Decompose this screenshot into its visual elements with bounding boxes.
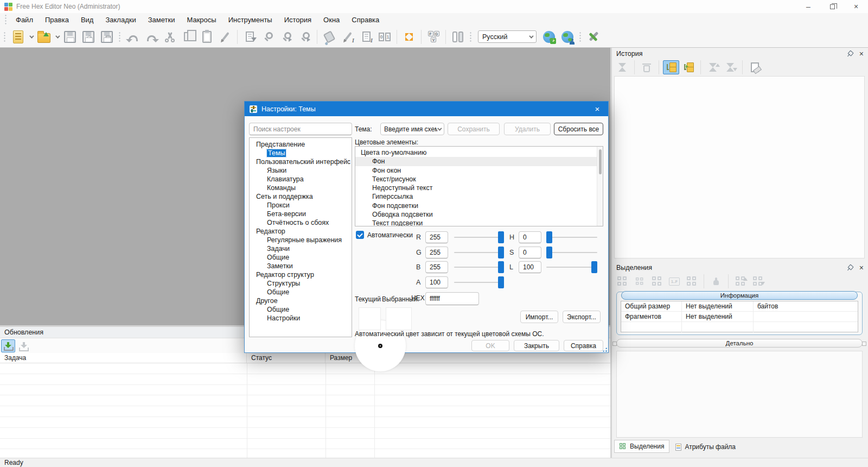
close-dialog-button[interactable]: Закрыть [514, 340, 559, 351]
history-close-button[interactable]: × [859, 51, 864, 57]
tree-item-editor[interactable]: Редактор [250, 227, 352, 236]
save-all-button[interactable] [98, 28, 116, 46]
color-item-highlight-border[interactable]: Обводка подсветки [355, 210, 603, 219]
color-item-highlight-bg[interactable]: Фон подсветки [355, 201, 603, 210]
slider-thumb[interactable] [498, 276, 504, 288]
restore-button[interactable] [820, 0, 844, 13]
automatic-checkbox[interactable] [356, 231, 364, 239]
language-select[interactable]: Русский [478, 30, 537, 43]
color-item-defaults[interactable]: Цвета по-умолчанию [355, 148, 603, 157]
tree-item-tasks[interactable]: Задачи [250, 244, 352, 253]
slider-thumb[interactable] [498, 261, 504, 273]
channel-r-input[interactable] [425, 231, 448, 243]
tree-item-commands[interactable]: Команды [250, 184, 352, 192]
color-item-highlight-text[interactable]: Текст подсветки [355, 219, 603, 226]
scrollbar-thumb[interactable] [599, 149, 602, 174]
history-redo-state-button[interactable] [722, 60, 738, 74]
history-purge-button[interactable] [746, 60, 763, 74]
tree-item-structure-general[interactable]: Общие [250, 288, 352, 296]
history-tree-view-button[interactable] [663, 60, 679, 74]
channel-s-input[interactable] [519, 247, 541, 258]
add-language-button[interactable]: + [540, 28, 558, 46]
channel-g-input[interactable] [425, 247, 448, 258]
menu-tools[interactable]: Инструменты [222, 14, 278, 26]
keyboard-shortcuts-button[interactable]: FG V [424, 28, 443, 46]
selection-export-button[interactable] [732, 274, 749, 288]
open-file-dropdown[interactable] [53, 28, 61, 46]
details-expander[interactable]: Детально [616, 339, 863, 348]
channel-h-slider[interactable] [546, 231, 597, 243]
column-status[interactable]: Статус [247, 353, 326, 363]
save-theme-button[interactable]: Сохранить [448, 123, 500, 135]
history-branch-button[interactable] [614, 60, 630, 74]
edit-pencil-button[interactable] [216, 28, 234, 46]
menu-windows[interactable]: Окна [317, 14, 346, 26]
tree-item-network[interactable]: Сеть и поддержка [250, 192, 352, 201]
tree-item-crash-reporting[interactable]: Отчётность о сбоях [250, 218, 352, 227]
selection-load-button[interactable] [631, 274, 648, 288]
selection-hand-button[interactable] [708, 274, 724, 288]
menu-macros[interactable]: Макросы [181, 14, 222, 26]
import-button[interactable]: Импорт... [520, 311, 558, 323]
hex-input[interactable] [425, 292, 479, 305]
history-pin-button[interactable] [845, 49, 854, 59]
tab-file-attributes[interactable]: Атрибуты файла [671, 441, 741, 453]
close-button[interactable]: × [844, 0, 868, 13]
tree-item-structure-editor[interactable]: Редактор структур [250, 270, 352, 279]
slider-thumb[interactable] [546, 247, 552, 258]
tree-item-themes[interactable]: Темы [250, 149, 352, 157]
save-button[interactable] [61, 28, 79, 46]
color-wheel-marker[interactable] [378, 344, 382, 348]
paste-button[interactable] [197, 28, 216, 46]
slider-thumb[interactable] [498, 247, 504, 258]
selection-range-button[interactable]: 1..F [666, 274, 682, 288]
theme-combobox[interactable]: Введите имя схемы [380, 123, 444, 135]
binary-view-button[interactable]: 01 [375, 28, 394, 46]
tab-selections[interactable]: Выделения [614, 440, 669, 453]
channel-s-slider[interactable] [546, 247, 597, 258]
channel-a-input[interactable] [425, 276, 448, 288]
slider-thumb[interactable] [498, 231, 504, 243]
channel-l-input[interactable] [519, 261, 541, 273]
selection-save-button[interactable] [614, 274, 630, 288]
new-file-dropdown[interactable] [27, 28, 35, 46]
selections-close-button[interactable]: × [859, 264, 864, 271]
channel-b-slider[interactable] [454, 261, 504, 273]
column-task[interactable]: Задача [0, 353, 247, 363]
toolbar-grip-1[interactable] [3, 31, 7, 42]
goto-offset-button[interactable] [240, 28, 259, 46]
selections-pin-button[interactable] [845, 263, 854, 273]
channel-g-slider[interactable] [454, 247, 504, 258]
slider-thumb[interactable] [546, 231, 552, 243]
history-undo-state-button[interactable] [705, 60, 721, 74]
tree-item-keyboard[interactable]: Клавиатура [250, 175, 352, 184]
menu-history[interactable]: История [278, 14, 317, 26]
tree-item-proxy[interactable]: Прокси [250, 201, 352, 210]
channel-a-slider[interactable] [454, 276, 504, 288]
channel-h-input[interactable] [519, 231, 541, 243]
tree-item-other-general[interactable]: Общие [250, 305, 352, 314]
tree-item-regex[interactable]: Регулярные выражения [250, 236, 352, 244]
copy-button[interactable] [179, 28, 197, 46]
community-translation-button[interactable] [558, 28, 577, 46]
replace-button[interactable] [296, 28, 314, 46]
tree-item-editor-general[interactable]: Общие [250, 253, 352, 262]
check-updates-button[interactable] [1, 339, 15, 352]
delete-theme-button[interactable]: Удалить [504, 123, 551, 135]
tree-item-structures[interactable]: Структуры [250, 279, 352, 288]
export-button[interactable]: Экспорт... [563, 311, 601, 323]
modify-bits-button[interactable]: I [339, 28, 357, 46]
color-list-scrollbar[interactable] [597, 147, 603, 226]
split-view-button[interactable] [449, 28, 467, 46]
menubar-grip[interactable] [4, 14, 8, 25]
insert-data-button[interactable]: I [357, 28, 375, 46]
channel-b-input[interactable] [425, 261, 448, 273]
color-item-background[interactable]: Фон [355, 157, 603, 166]
menu-file[interactable]: Файл [10, 14, 39, 26]
tree-item-view[interactable]: Представление [250, 140, 352, 149]
menu-help[interactable]: Справка [346, 14, 385, 26]
menu-bookmarks[interactable]: Закладки [99, 14, 142, 26]
reset-all-button[interactable]: Сбросить все [554, 123, 603, 135]
open-file-button[interactable] [35, 28, 53, 46]
dialog-close-button[interactable]: × [591, 104, 603, 113]
